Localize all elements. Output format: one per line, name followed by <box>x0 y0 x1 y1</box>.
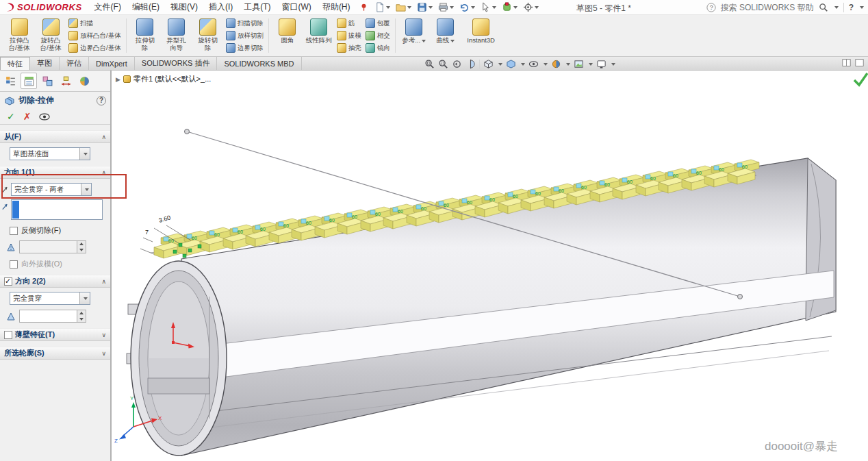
collapse-chevron-icon[interactable]: ∨ <box>101 350 106 357</box>
instant3d-button[interactable]: Instant3D <box>461 17 501 54</box>
flip-side-checkbox[interactable] <box>10 227 18 235</box>
direction1-section-header[interactable]: 方向 1(1) ∧ <box>0 166 110 179</box>
menu-help[interactable]: 帮助(H) <box>317 0 356 15</box>
search-help-input[interactable]: 搜索 SOLIDWORKS 帮助 <box>721 2 814 14</box>
preview-eye-icon[interactable] <box>39 113 50 121</box>
panel-help-icon[interactable]: ? <box>97 96 106 105</box>
cancel-button[interactable]: ✗ <box>23 111 31 122</box>
hide-show-items-icon[interactable] <box>528 59 539 69</box>
display-style-icon[interactable] <box>506 59 516 69</box>
featuremanager-tree-tab[interactable] <box>2 73 18 89</box>
rib-button[interactable]: 筋 <box>337 18 361 29</box>
expand-arrow-icon[interactable]: ▶ <box>116 76 120 83</box>
draft-outward-row[interactable]: 向外拔模(O) <box>10 259 110 269</box>
extruded-boss-button[interactable]: 拉伸凸台/基体 <box>3 17 35 54</box>
rebuild-button[interactable] <box>502 2 518 12</box>
shell-button[interactable]: 抽壳 <box>337 42 361 54</box>
menu-window[interactable]: 窗口(W) <box>277 0 317 15</box>
wrap-button[interactable]: 包覆 <box>366 18 390 29</box>
tree-root-label[interactable]: 零件1 (默认<<默认>_... <box>133 74 211 84</box>
direction-reference-selection-box[interactable] <box>11 199 103 220</box>
model-view[interactable]: 60 60 60 60 60 60 60 60 60 60 60 60 60 6… <box>113 71 868 461</box>
tab-solidworks-mbd[interactable]: SOLIDWORKS MBD <box>217 57 301 70</box>
line-endpoint[interactable] <box>738 295 743 299</box>
spinner-buttons[interactable] <box>77 310 86 322</box>
thin-feature-checkbox[interactable] <box>4 331 12 339</box>
help-badge-icon[interactable]: ? <box>706 3 716 12</box>
flip-side-to-cut-row[interactable]: 反侧切除(F) <box>10 225 110 236</box>
intersect-button[interactable]: 相交 <box>366 30 390 42</box>
from-condition-dropdown[interactable]: 草图基准面 <box>10 147 90 160</box>
search-dropdown-arrow[interactable] <box>834 6 839 9</box>
view-orientation-arrow[interactable] <box>498 63 502 66</box>
collapse-chevron-icon[interactable]: ∧ <box>101 169 106 176</box>
split-pane-icon[interactable] <box>842 58 851 67</box>
section-view-icon[interactable] <box>465 59 476 69</box>
previous-view-icon[interactable] <box>452 59 462 69</box>
direction2-depth-field[interactable] <box>19 310 86 323</box>
search-icon[interactable] <box>819 3 828 12</box>
collapse-chevron-icon[interactable]: ∧ <box>101 134 106 140</box>
direction2-checkbox[interactable] <box>4 277 12 286</box>
help-dropdown-arrow[interactable] <box>860 6 864 9</box>
help-button[interactable]: ? <box>849 3 854 12</box>
zoom-area-icon[interactable] <box>438 59 448 69</box>
reference-geometry-button[interactable]: 参考... <box>398 17 430 54</box>
direction2-end-condition-dropdown[interactable]: 完全贯穿 <box>10 292 90 305</box>
draft-outward-checkbox[interactable] <box>10 260 18 269</box>
configurationmanager-tab[interactable] <box>39 73 55 89</box>
spinner-buttons[interactable] <box>77 241 86 253</box>
tab-features[interactable]: 特征 <box>0 57 30 70</box>
edit-appearance-icon[interactable] <box>551 59 561 69</box>
tab-evaluate[interactable]: 评估 <box>60 57 89 70</box>
view-orientation-icon[interactable] <box>483 59 494 69</box>
extruded-cut-button[interactable]: 拉伸切除 <box>129 17 161 54</box>
tab-dimxpert[interactable]: DimXpert <box>89 57 135 70</box>
displaymanager-tab[interactable] <box>76 73 92 89</box>
zoom-fit-icon[interactable] <box>424 59 435 69</box>
full-pane-icon[interactable] <box>855 58 864 67</box>
graphics-viewport[interactable]: 60 60 60 60 60 60 60 60 60 60 60 60 60 6… <box>113 71 868 461</box>
thin-feature-section-header[interactable]: 薄壁特征(T) ∨ <box>0 328 110 341</box>
apply-scene-icon[interactable] <box>574 59 584 69</box>
save-button[interactable] <box>417 2 433 12</box>
ok-button[interactable]: ✓ <box>7 111 15 122</box>
open-document-button[interactable] <box>396 2 411 12</box>
dimxpertmanager-tab[interactable] <box>58 73 74 89</box>
left-section-face[interactable] <box>131 261 227 456</box>
dropdown-arrow-icon[interactable] <box>79 292 90 304</box>
from-section-header[interactable]: 从(F) ∧ <box>0 130 110 143</box>
revolved-boss-button[interactable]: 旋转凸台/基体 <box>35 17 66 54</box>
view-settings-arrow[interactable] <box>611 63 615 66</box>
menu-view[interactable]: 视图(V) <box>165 0 203 15</box>
boundary-cut-button[interactable]: 边界切除 <box>226 42 264 54</box>
menu-insert[interactable]: 插入(I) <box>203 0 238 15</box>
edit-appearance-arrow[interactable] <box>566 63 570 66</box>
fillet-button[interactable]: 圆角 <box>272 17 303 54</box>
new-document-button[interactable] <box>374 2 390 12</box>
confirmation-check-icon[interactable] <box>854 73 867 85</box>
display-style-arrow[interactable] <box>521 63 525 66</box>
linear-pattern-button[interactable]: 线性阵列 <box>303 17 335 54</box>
apply-scene-arrow[interactable] <box>589 63 593 66</box>
tab-solidworks-addins[interactable]: SOLIDWORKS 插件 <box>135 57 218 70</box>
revolved-cut-button[interactable]: 旋转切除 <box>192 17 224 54</box>
collapse-chevron-icon[interactable]: ∧ <box>101 278 106 285</box>
selected-contours-section-header[interactable]: 所选轮廓(S) ∨ <box>0 347 110 360</box>
print-button[interactable] <box>438 2 454 12</box>
dropdown-arrow-icon[interactable] <box>81 184 91 195</box>
curves-button[interactable]: 曲线 <box>430 17 461 54</box>
end-condition-dropdown[interactable]: 完全贯穿 - 两者 <box>11 183 92 196</box>
propertymanager-tab[interactable] <box>21 73 37 89</box>
undo-button[interactable] <box>459 2 475 12</box>
mirror-button[interactable]: 镜向 <box>366 42 390 54</box>
menu-file[interactable]: 文件(F) <box>89 0 127 15</box>
menu-tools[interactable]: 工具(T) <box>238 0 276 15</box>
menu-edit[interactable]: 编辑(E) <box>127 0 165 15</box>
swept-cut-button[interactable]: 扫描切除 <box>226 18 264 29</box>
direction2-section-header[interactable]: 方向 2(2) ∧ <box>0 275 110 288</box>
dropdown-arrow-icon[interactable] <box>79 148 90 160</box>
flyout-feature-tree[interactable]: ▶ 零件1 (默认<<默认>_... <box>116 74 211 84</box>
draft-angle-field[interactable] <box>19 240 86 253</box>
view-settings-icon[interactable] <box>596 59 607 69</box>
